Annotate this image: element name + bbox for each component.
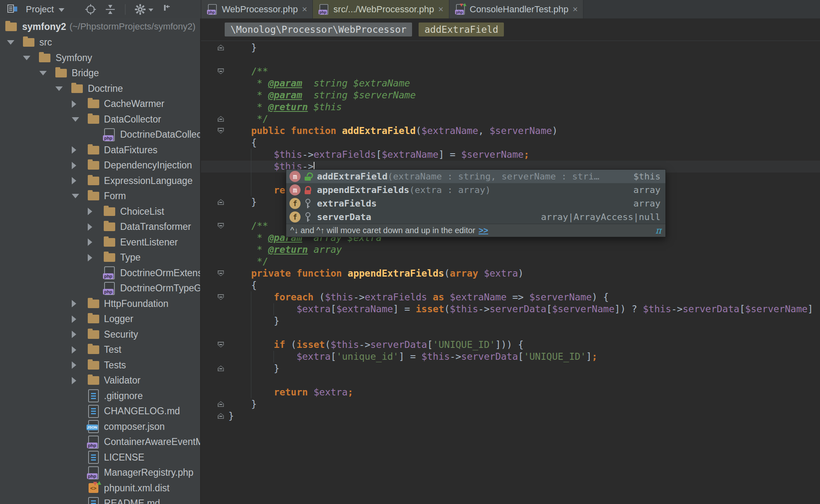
chevron-down-icon[interactable]	[148, 9, 153, 11]
code-line[interactable]	[228, 375, 820, 386]
fold-marker-icon[interactable]	[218, 413, 224, 419]
tree-expand-arrow[interactable]	[70, 346, 87, 354]
editor-pane[interactable]: \Monolog\Processor\WebProcessor addExtra…	[201, 18, 820, 504]
tree-item[interactable]: HttpFoundation	[0, 296, 200, 312]
fold-marker-icon[interactable]	[218, 68, 224, 74]
tree-item[interactable]: LICENSE	[0, 450, 200, 465]
editor-tab[interactable]: php WebProcessor.php ×	[201, 0, 313, 18]
code-line[interactable]: return $extra;	[228, 386, 820, 398]
tree-expand-arrow[interactable]	[70, 146, 87, 154]
code-line[interactable]: if (isset($this->serverData['UNIQUE_ID']…	[228, 339, 820, 351]
code-line[interactable]: foreach ($this->extraFields as $extraNam…	[228, 291, 820, 303]
tree-item[interactable]: Tests	[0, 358, 200, 373]
tree-item[interactable]: php DoctrineDataCollector.php	[0, 127, 200, 143]
tree-item[interactable]: src	[0, 35, 200, 50]
tree-expand-arrow[interactable]	[86, 238, 102, 246]
tree-item[interactable]: Logger	[0, 311, 200, 327]
close-icon[interactable]: ×	[302, 5, 307, 14]
code-line[interactable]: public function addExtraField($extraName…	[228, 125, 820, 137]
tree-expand-arrow[interactable]	[70, 177, 87, 184]
tree-item[interactable]: DataCollector	[0, 112, 200, 127]
tree-item[interactable]: <> phpunit.xml.dist	[0, 481, 200, 496]
autocomplete-item[interactable]: m appendExtraFields (extra : array) arra…	[286, 183, 665, 197]
settings-gear-icon[interactable]	[134, 3, 146, 16]
code-line[interactable]: */	[228, 256, 820, 268]
tree-expand-arrow[interactable]	[54, 86, 70, 91]
project-root-row[interactable]: symfony2 (~/PhpstormProjects/symfony2)	[0, 18, 200, 35]
project-toolwindow-icon[interactable]	[7, 4, 18, 15]
tree-item[interactable]: DataFixtures	[0, 143, 200, 158]
code-line[interactable]	[228, 327, 820, 339]
chevron-down-icon[interactable]	[59, 8, 64, 12]
tree-item[interactable]: php DoctrineOrmTypeGuesser.php	[0, 281, 200, 296]
tree-item[interactable]: .gitignore	[0, 388, 200, 404]
autocomplete-item[interactable]: f serverData array|ArrayAccess|null	[286, 210, 665, 224]
code-line[interactable]: }	[228, 42, 820, 54]
close-icon[interactable]: ×	[573, 5, 578, 14]
code-line[interactable]: * @return array	[228, 244, 820, 256]
fold-marker-icon[interactable]	[218, 223, 224, 229]
code-line[interactable]: }	[228, 398, 820, 410]
code-area[interactable]: } /** * @param string $extraName * @para…	[201, 41, 820, 504]
tree-item[interactable]: Symfony	[0, 50, 200, 66]
tree-expand-arrow[interactable]	[5, 40, 22, 45]
tree-item[interactable]: php ContainerAwareEventManager.php	[0, 434, 200, 450]
autocomplete-item[interactable]: m addExtraField (extraName : string, ser…	[286, 170, 665, 183]
tree-item[interactable]: Security	[0, 327, 200, 343]
locate-file-icon[interactable]	[84, 3, 97, 16]
tree-item[interactable]: ChoiceList	[0, 204, 200, 220]
breadcrumb-class-chip[interactable]: \Monolog\Processor\WebProcessor	[225, 23, 412, 36]
fold-marker-icon[interactable]	[218, 366, 224, 371]
tree-item[interactable]: Form	[0, 188, 200, 204]
fold-marker-icon[interactable]	[218, 401, 224, 407]
tree-expand-arrow[interactable]	[86, 208, 102, 215]
tree-expand-arrow[interactable]	[70, 331, 87, 338]
code-line[interactable]: $extra['unique_id'] = $this->serverData[…	[228, 351, 820, 363]
collapse-all-icon[interactable]	[104, 3, 116, 16]
tree-expand-arrow[interactable]	[38, 71, 54, 75]
editor-tab[interactable]: php src/.../WebProcessor.php ×	[313, 0, 449, 18]
tree-item[interactable]: ExpressionLanguage	[0, 173, 200, 189]
tree-item[interactable]: Doctrine	[0, 81, 200, 97]
tree-item[interactable]: Test	[0, 342, 200, 358]
tree-item[interactable]: DataTransformer	[0, 219, 200, 235]
code-line[interactable]	[228, 54, 820, 66]
tree-item[interactable]: Validator	[0, 373, 200, 388]
fold-marker-icon[interactable]	[218, 128, 224, 134]
tree-expand-arrow[interactable]	[70, 194, 87, 198]
code-line[interactable]: * @param string $serverName	[228, 89, 820, 101]
tree-item[interactable]: EventListener	[0, 235, 200, 250]
tree-item[interactable]: README.md	[0, 496, 200, 504]
code-line[interactable]: {	[228, 137, 820, 149]
tree-expand-arrow[interactable]	[70, 117, 87, 122]
tree-expand-arrow[interactable]	[70, 316, 87, 323]
tree-expand-arrow[interactable]	[70, 300, 87, 307]
code-line[interactable]: /**	[228, 66, 820, 77]
fold-marker-icon[interactable]	[218, 270, 224, 276]
tree-expand-arrow[interactable]	[70, 100, 87, 108]
close-icon[interactable]: ×	[438, 5, 444, 14]
editor-tab[interactable]: php ConsoleHandlerTest.php ×	[449, 0, 584, 18]
autocomplete-hint-link[interactable]: >>	[478, 226, 488, 235]
fold-marker-icon[interactable]	[218, 116, 224, 122]
fold-marker-icon[interactable]	[218, 45, 224, 50]
tree-item[interactable]: php ManagerRegistry.php	[0, 465, 200, 481]
code-line[interactable]: }	[228, 410, 820, 422]
tree-expand-arrow[interactable]	[70, 162, 87, 169]
tree-item[interactable]: CHANGELOG.md	[0, 404, 200, 419]
tree-item[interactable]: JSON composer.json	[0, 419, 200, 435]
code-line[interactable]: * @param string $extraName	[228, 77, 820, 89]
fold-marker-icon[interactable]	[218, 199, 224, 205]
code-line[interactable]: }	[228, 363, 820, 375]
tree-item[interactable]: Bridge	[0, 66, 200, 81]
tree-item[interactable]: CacheWarmer	[0, 96, 200, 112]
autocomplete-item[interactable]: f extraFields array	[286, 197, 665, 210]
tree-item[interactable]: Type	[0, 250, 200, 266]
code-line[interactable]: */	[228, 113, 820, 125]
code-line[interactable]: * @return $this	[228, 101, 820, 113]
fold-marker-icon[interactable]	[218, 294, 224, 300]
tree-expand-arrow[interactable]	[70, 361, 87, 369]
code-line[interactable]: private function appendExtraFields(array…	[228, 268, 820, 279]
fold-marker-icon[interactable]	[218, 342, 224, 347]
breadcrumb-member-chip[interactable]: addExtraField	[419, 23, 504, 36]
